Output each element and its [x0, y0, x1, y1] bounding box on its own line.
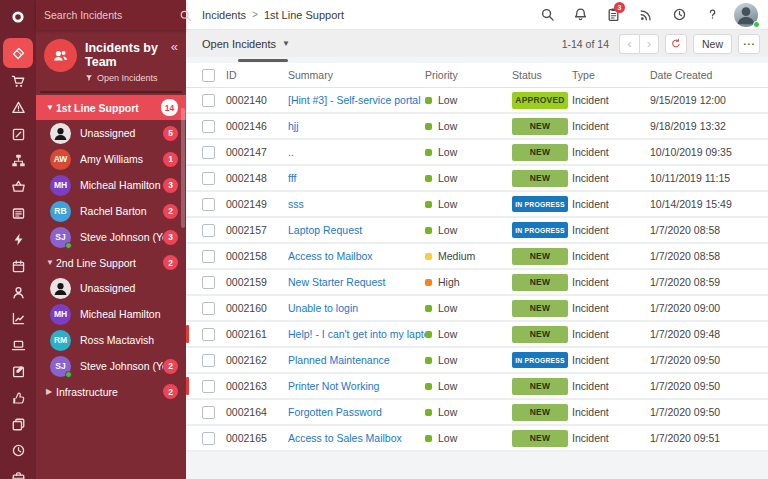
- team-member-row[interactable]: SJSteve Johnson (You)3: [36, 224, 186, 250]
- summary-link[interactable]: New Starter Request: [288, 276, 425, 288]
- table-row[interactable]: 0002164Forgotten PasswordLowNEWIncident1…: [186, 400, 768, 424]
- table-row[interactable]: 0002163Printer Not WorkingLowNEWIncident…: [186, 374, 768, 398]
- column-type[interactable]: Type: [572, 69, 650, 81]
- pager: ‹ ›: [619, 34, 659, 54]
- chart-icon[interactable]: [3, 306, 33, 332]
- summary-link[interactable]: ..: [288, 146, 425, 158]
- row-checkbox[interactable]: [202, 276, 215, 289]
- team-group-row[interactable]: ▼1st Line Support14: [36, 95, 186, 120]
- table-row[interactable]: 0002146hjjLowNEWIncident9/18/2019 13:32: [186, 114, 768, 138]
- basket-icon[interactable]: [3, 174, 33, 200]
- summary-link[interactable]: hjj: [288, 120, 425, 132]
- column-status[interactable]: Status: [512, 69, 572, 81]
- select-all-checkbox[interactable]: [202, 69, 215, 82]
- summary-link[interactable]: [Hint #3] - Self-service portal: [288, 94, 425, 106]
- search-icon[interactable]: [179, 9, 192, 22]
- table-row[interactable]: 0002165Access to Sales MailboxLowNEWInci…: [186, 426, 768, 450]
- team-member-row[interactable]: RBRachel Barton2: [36, 198, 186, 224]
- table-row[interactable]: 0002140[Hint #3] - Self-service portalLo…: [186, 88, 768, 112]
- more-actions-button[interactable]: ⋯: [738, 34, 760, 54]
- thumbs-up-icon[interactable]: [3, 385, 33, 411]
- team-member-row[interactable]: Unassigned5: [36, 120, 186, 146]
- clock-icon[interactable]: [666, 3, 692, 27]
- summary-link[interactable]: Access to Sales Mailbox: [288, 432, 425, 444]
- copies-icon[interactable]: [3, 411, 33, 437]
- row-checkbox[interactable]: [202, 224, 215, 237]
- scrollbar-thumb[interactable]: [238, 59, 288, 62]
- row-checkbox[interactable]: [202, 406, 215, 419]
- table-row[interactable]: 0002159New Starter RequestHighNEWInciden…: [186, 270, 768, 294]
- calendar-icon[interactable]: [3, 253, 33, 279]
- summary-link[interactable]: Printer Not Working: [288, 380, 425, 392]
- rss-icon[interactable]: [633, 3, 659, 27]
- table-row[interactable]: 0002148fffLowNEWIncident10/11/2019 11:15: [186, 166, 768, 190]
- collapse-sidebar-icon[interactable]: «: [171, 40, 178, 53]
- prev-page-button[interactable]: ‹: [619, 34, 639, 54]
- column-summary[interactable]: Summary: [288, 69, 425, 81]
- help-icon[interactable]: [699, 3, 725, 27]
- tasks-icon[interactable]: 3: [600, 3, 626, 27]
- user-icon[interactable]: [3, 280, 33, 306]
- summary-link[interactable]: Laptop Request: [288, 224, 425, 236]
- summary-link[interactable]: Planned Maintenance: [288, 354, 425, 366]
- row-checkbox[interactable]: [202, 198, 215, 211]
- column-date-created[interactable]: Date Created: [650, 69, 768, 81]
- breadcrumb-team[interactable]: 1st Line Support: [264, 9, 344, 21]
- warning-icon[interactable]: [3, 95, 33, 121]
- user-avatar[interactable]: [734, 3, 758, 27]
- team-group-row[interactable]: ▶Infrastructure2: [36, 379, 186, 404]
- panel-filter[interactable]: Open Incidents: [85, 73, 178, 83]
- bell-icon[interactable]: [567, 3, 593, 27]
- row-checkbox[interactable]: [202, 432, 215, 445]
- table-row[interactable]: 0002161Help! - I can't get into my lapto…: [186, 322, 768, 346]
- sidebar-scrollbar[interactable]: [181, 108, 185, 228]
- summary-link[interactable]: sss: [288, 198, 425, 210]
- bolt-icon[interactable]: [3, 227, 33, 253]
- row-checkbox[interactable]: [202, 94, 215, 107]
- team-member-row[interactable]: Unassigned: [36, 275, 186, 301]
- new-button[interactable]: New: [693, 34, 732, 54]
- edit-icon[interactable]: [3, 121, 33, 147]
- summary-link[interactable]: Forgotten Password: [288, 406, 425, 418]
- next-page-button[interactable]: ›: [639, 34, 659, 54]
- team-member-row[interactable]: RMRoss Mactavish: [36, 327, 186, 353]
- laptop-icon[interactable]: [3, 332, 33, 358]
- sitemap-icon[interactable]: [3, 148, 33, 174]
- row-checkbox[interactable]: [202, 120, 215, 133]
- briefcase-icon[interactable]: [3, 464, 33, 479]
- summary-link[interactable]: fff: [288, 172, 425, 184]
- table-row[interactable]: 0002157Laptop RequestLowIN PROGRESSIncid…: [186, 218, 768, 242]
- search-input[interactable]: [44, 9, 179, 21]
- summary-link[interactable]: Access to Mailbox: [288, 250, 425, 262]
- cart-icon[interactable]: [3, 68, 33, 94]
- row-checkbox[interactable]: [202, 250, 215, 263]
- summary-link[interactable]: Unable to login: [288, 302, 425, 314]
- team-group-row[interactable]: ▼2nd Line Support2: [36, 250, 186, 275]
- table-row[interactable]: 0002160Unable to loginLowNEWIncident1/7/…: [186, 296, 768, 320]
- table-row[interactable]: 0002149sssLowIN PROGRESSIncident10/14/20…: [186, 192, 768, 216]
- team-member-row[interactable]: SJSteve Johnson (You)2: [36, 353, 186, 379]
- table-row[interactable]: 0002162Planned MaintenanceLowIN PROGRESS…: [186, 348, 768, 372]
- row-checkbox[interactable]: [202, 302, 215, 315]
- row-checkbox[interactable]: [202, 354, 215, 367]
- table-row[interactable]: 0002147..LowNEWIncident10/10/2019 09:35: [186, 140, 768, 164]
- compose-icon[interactable]: [3, 359, 33, 385]
- team-member-row[interactable]: MHMicheal Hamilton: [36, 301, 186, 327]
- refresh-button[interactable]: [665, 34, 687, 54]
- tickets-icon[interactable]: [3, 38, 33, 68]
- row-checkbox[interactable]: [202, 328, 215, 341]
- summary-link[interactable]: Help! - I can't get into my laptop!: [288, 328, 425, 340]
- column-priority[interactable]: Priority: [425, 69, 512, 81]
- breadcrumb-incidents[interactable]: Incidents: [202, 9, 246, 21]
- news-icon[interactable]: [3, 200, 33, 226]
- search-icon[interactable]: [534, 3, 560, 27]
- column-id[interactable]: ID: [226, 69, 288, 81]
- view-selector[interactable]: Open Incidents ▼: [202, 38, 290, 50]
- row-checkbox[interactable]: [202, 380, 215, 393]
- row-checkbox[interactable]: [202, 146, 215, 159]
- team-member-row[interactable]: AWAmy Williams1: [36, 146, 186, 172]
- table-row[interactable]: 0002158Access to MailboxMediumNEWInciden…: [186, 244, 768, 268]
- team-member-row[interactable]: MHMicheal Hamilton3: [36, 172, 186, 198]
- row-checkbox[interactable]: [202, 172, 215, 185]
- history-icon[interactable]: [3, 438, 33, 464]
